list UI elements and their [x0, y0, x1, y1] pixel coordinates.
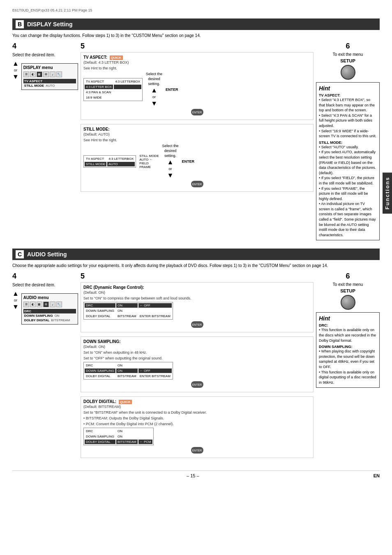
display-hint-tvaspect-items: • Select "4:3 LETTER BOX", so that black…: [319, 97, 377, 139]
audio-dolby-desc1: Set to "BITSTREAM" when the unit is conn…: [83, 410, 311, 415]
display-step6-col: 6 To exit the menu SETUP Hint TV ASPECT:…: [316, 42, 380, 240]
display-intro: You can change the display functions. Fo…: [12, 33, 380, 38]
display-stillmode-default: (Default: AUTO): [83, 132, 311, 136]
audio-dolby-diagram: DRCON DOWN SAMPLINGON DOLBY DIGITALBITST…: [83, 428, 311, 445]
display-exit-label: To exit the menu: [316, 52, 380, 57]
audio-dolby-block: DOLBY DIGITAL: QUICK (Default: BITSTREAM…: [81, 396, 314, 458]
page-header: E61T0UD_ENSP.qx33 05.4.21 2:11 PM Page 1…: [12, 8, 380, 12]
audio-downsampling-default: (Default: ON): [83, 345, 311, 349]
audio-menu-icon-1: ☰: [23, 302, 29, 307]
audio-step6-number: 6: [316, 272, 380, 281]
or-label: or: [14, 68, 17, 72]
page-footer: – 15 – EN: [12, 470, 380, 478]
audio-menu-item-downsampling: DOWN SAMPLING ON: [23, 313, 76, 318]
section-letter-b: B: [16, 20, 24, 28]
audio-menu-icons: ☰ ◐ ▦ ⊞ ♪ 🔧: [23, 302, 76, 307]
enter-button-tvaspect[interactable]: ENTER: [191, 109, 203, 115]
audio-up-arrow-icon: ▲: [12, 290, 19, 297]
audio-hint-downsampling-items: • When playing disc with copyright prote…: [319, 349, 377, 385]
audio-downsampling-desc1: Set to "ON" when outputting in 48 kHz.: [83, 350, 311, 355]
audio-drc-desc: Set to "ON" to compress the range betwee…: [83, 296, 311, 300]
menu-icon-5: ♪: [50, 71, 55, 77]
audio-menu-icon-3: ▦: [37, 302, 42, 307]
audio-section-title: AUDIO Setting: [27, 251, 67, 258]
audio-step6-col: 6 To exit the menu SETUP Hint DRC: • Thi…: [316, 272, 380, 462]
enter-button-stillmode[interactable]: ENTER: [191, 181, 203, 187]
section-letter-c: C: [16, 250, 24, 258]
audio-dolby-title: DOLBY DIGITAL: QUICK: [83, 399, 311, 404]
display-setup-label: SETUP: [316, 58, 380, 63]
display-tvaspect-table: TV ASPECT4:3 LETTERBOX 4:3 LETTER BOX 4:…: [83, 78, 143, 101]
audio-intro: Choose the appropriate audio settings fo…: [12, 263, 380, 268]
audio-step4: 4 Select the desired item. ▲ or ▼ AUDIO …: [12, 272, 78, 462]
display-menu-icons: ☰ ◐ ▦ ⊞ ♪ 🔧: [23, 71, 76, 77]
audio-downsampling-table: DRCON DOWN SAMPLINGON← OFF DOLBY DIGITAL…: [83, 362, 173, 380]
audio-menu-icon-2: ◐: [30, 302, 36, 307]
display-stillmode-hint: See Hint to the right.: [83, 138, 311, 142]
menu-icon-4: ⊞: [43, 71, 49, 77]
display-menu-box: DISPLAY menu ☰ ◐ ▦ ⊞ ♪ 🔧 TV ASPECT 4:3 L…: [21, 63, 78, 90]
audio-drc-table: DRCON← OFF DOWN SAMPLINGON DOLBY DIGITAL…: [83, 302, 173, 320]
display-section-header: B DISPLAY Setting: [12, 18, 380, 30]
audio-dolby-desc2: • BITSTREAM: Outputs the Dolby Digital S…: [83, 416, 311, 420]
audio-drc-diagram: DRCON← OFF DOWN SAMPLINGON DOLBY DIGITAL…: [83, 302, 311, 320]
down-arrow-icon: ▼: [12, 73, 19, 81]
enter-button-drc[interactable]: ENTER: [191, 321, 203, 328]
display-section: B DISPLAY Setting You can change the dis…: [12, 18, 380, 240]
display-hint-stillmode-items: • Select "AUTO" usually. • If you select…: [319, 145, 377, 238]
audio-dolby-desc3: • PCM: Convert the Dolby Digital into PC…: [83, 422, 311, 426]
menu-icon-6: 🔧: [56, 71, 62, 77]
select-arrow-icon: Select the desired setting. ▲ or ▼: [146, 72, 162, 107]
audio-downsampling-block: DOWN SAMPLING: (Default: ON) Set to "ON"…: [81, 336, 314, 392]
audio-hint-title: Hint: [319, 315, 377, 322]
audio-section-header: C AUDIO Setting: [12, 249, 380, 260]
audio-hint-box: Hint DRC: • This function is available o…: [316, 312, 380, 388]
audio-menu-label: AUDIO menu: [23, 295, 76, 300]
audio-or-label: or: [14, 298, 17, 302]
enter-button-dolby[interactable]: ENTER: [191, 447, 203, 454]
audio-setup-label: SETUP: [316, 288, 380, 293]
menu-icon-1: ☰: [23, 71, 29, 77]
display-step4: 4 Select the desired item. ▲ or ▼ DISPLA…: [12, 42, 78, 240]
functions-tab: Functions: [383, 173, 392, 214]
audio-step5-number: 5: [81, 272, 314, 281]
display-hint-title: Hint: [319, 85, 377, 92]
audio-step5: 5 DRC (Dynamic Range Control): (Default:…: [81, 272, 314, 462]
audio-menu-icon-6: 🔧: [56, 302, 62, 307]
display-stillmode-block: STILL MODE: (Default: AUTO) See Hint to …: [81, 124, 314, 192]
display-step5: 5 TV ASPECT: QUICK (Default: 4:3 LETTER …: [81, 42, 314, 240]
display-hint-box: Hint TV ASPECT: • Select "4:3 LETTER BOX…: [316, 82, 380, 240]
audio-hint-drc-items: • This function is available only on the…: [319, 327, 377, 343]
audio-menu-box: AUDIO menu ☰ ◐ ▦ ⊞ ♪ 🔧 DRC ON: [21, 293, 78, 325]
audio-menu-item-dolby: DOLBY DIGITAL BITSTREAM: [23, 318, 76, 322]
audio-step6-box: 6 To exit the menu SETUP: [316, 272, 380, 310]
audio-drc-title: DRC (Dynamic Range Control):: [83, 285, 311, 290]
up-arrow-icon: ▲: [12, 60, 19, 67]
audio-menu-icon-5: ♪: [50, 302, 55, 307]
display-tvaspect-diagram: TV ASPECT4:3 LETTERBOX 4:3 LETTER BOX 4:…: [83, 72, 311, 107]
display-hint-tvaspect-title: TV ASPECT:: [319, 93, 377, 97]
audio-step4-label: Select the desired item.: [12, 282, 78, 288]
display-menu-item-tvaspect: TV ASPECT 4:3 LETTER BOX: [23, 79, 76, 83]
display-section-title: DISPLAY Setting: [27, 21, 72, 28]
display-stillmode-table: TV ASPECT4:3 LETTERBOX STILL MODEAUTO: [83, 155, 136, 168]
audio-drc-default: (Default: ON): [83, 290, 311, 295]
display-step6-box: 6 To exit the menu SETUP: [316, 42, 380, 80]
display-tvaspect-default: (Default: 4:3 LETTER BOX): [83, 60, 311, 64]
audio-downsampling-title: DOWN SAMPLING:: [83, 339, 311, 344]
setup-knob-display[interactable]: [341, 65, 355, 80]
audio-step4-number: 4: [12, 272, 78, 281]
audio-hint-drc-title: DRC:: [319, 323, 377, 327]
audio-menu-icon-4: ⊞: [43, 302, 49, 307]
menu-icon-2: ◐: [30, 71, 36, 77]
display-tvaspect-title: TV ASPECT: QUICK: [83, 55, 311, 60]
display-menu-item-stillmode: STILL MODE AUTO: [23, 83, 76, 88]
setup-knob-audio[interactable]: [341, 295, 355, 310]
display-step4-label: Select the desired item.: [12, 52, 78, 58]
audio-down-arrow-icon: ▼: [12, 303, 19, 311]
footer-page-number: – 15 –: [187, 473, 199, 478]
quick-badge-dolby: QUICK: [119, 400, 132, 404]
enter-button-downsampling[interactable]: ENTER: [191, 381, 203, 388]
audio-downsampling-desc2: Set to "OFF" when outputting the origina…: [83, 356, 311, 360]
audio-downsampling-diagram: DRCON DOWN SAMPLINGON← OFF DOLBY DIGITAL…: [83, 362, 311, 380]
